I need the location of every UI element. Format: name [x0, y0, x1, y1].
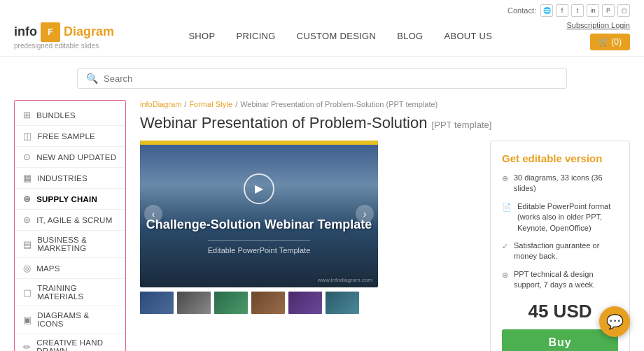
- sidebar-item-it-agile[interactable]: ⊜ IT, AGILE & SCRUM: [15, 210, 125, 231]
- product-area: infoDiagram / Formal Style / Webinar Pre…: [140, 100, 630, 351]
- feature-icon-4: ⊕: [502, 270, 508, 280]
- product-title-main: Webinar Presentation of Problem-Solution: [140, 114, 427, 131]
- thumbnail-6[interactable]: [326, 292, 359, 314]
- prev-slide-button[interactable]: ‹: [144, 205, 162, 223]
- feature-icon-3: ✓: [502, 241, 508, 252]
- thumbnails-row: [140, 292, 479, 314]
- main-product-image: ▶ Challenge-Solution Webinar Template Ed…: [140, 141, 378, 287]
- supply-chain-icon: ⊛: [23, 194, 31, 204]
- sidebar-item-business[interactable]: ▤ BUSINESS & MARKETING: [15, 231, 125, 258]
- thumbnail-1[interactable]: [140, 292, 174, 314]
- nav-blog[interactable]: BLOG: [397, 31, 423, 41]
- search-input-wrap: 🔍: [77, 68, 567, 89]
- product-images: ▶ Challenge-Solution Webinar Template Ed…: [140, 141, 479, 351]
- pinterest-icon[interactable]: P: [602, 4, 615, 17]
- sidebar-item-bundles[interactable]: ⊞ BUNDLES: [15, 105, 125, 126]
- yellow-bar: [140, 141, 378, 145]
- contact-label: Contact:: [507, 6, 536, 15]
- slide-title: Challenge-Solution Webinar Template: [146, 217, 372, 233]
- new-updated-icon: ⊙: [23, 152, 31, 162]
- sidebar: ⊞ BUNDLES ◫ FREE SAMPLE ⊙ NEW AND UPDATE…: [14, 100, 126, 351]
- sidebar-item-label: NEW AND UPDATED: [36, 153, 116, 162]
- logo-text-info: info: [14, 24, 37, 39]
- twitter-icon[interactable]: t: [571, 4, 584, 17]
- contact-bar: Contact: 🌐 f t in P ◻: [0, 0, 644, 21]
- sidebar-item-label: IT, AGILE & SCRUM: [36, 216, 112, 224]
- play-button[interactable]: ▶: [244, 173, 274, 204]
- globe-icon[interactable]: 🌐: [540, 4, 553, 17]
- logo: info F Diagram: [14, 22, 114, 42]
- feature-list: ⊕ 30 diagrams, 33 icons (36 slides) 📄 Ed…: [502, 173, 618, 291]
- sidebar-item-label: DIAGRAMS & ICONS: [37, 311, 117, 328]
- feature-text-1: 30 diagrams, 33 icons (36 slides): [514, 173, 618, 194]
- slide-preview: ▶ Challenge-Solution Webinar Template Ed…: [140, 141, 378, 287]
- product-title-tag: [PPT template]: [432, 120, 492, 130]
- next-slide-button[interactable]: ›: [356, 205, 374, 223]
- product-title: Webinar Presentation of Problem-Solution…: [140, 114, 630, 132]
- free-sample-icon: ◫: [23, 131, 31, 141]
- sidebar-item-industries[interactable]: ▦ INDUSTRIES: [15, 168, 125, 189]
- sidebar-item-label: BUNDLES: [36, 111, 76, 120]
- industries-icon: ▦: [23, 173, 31, 183]
- breadcrumb: infoDiagram / Formal Style / Webinar Pre…: [140, 100, 630, 108]
- logo-text-diagram: Diagram: [64, 24, 114, 39]
- social-icons-group: 🌐 f t in P ◻: [540, 4, 630, 17]
- sidebar-item-supply-chain[interactable]: ⊛ SUPPLY CHAIN: [15, 189, 125, 210]
- slide-sub: Editable PowerPoint Template: [208, 240, 311, 255]
- thumbnail-4[interactable]: [251, 292, 285, 314]
- breadcrumb-sep1: /: [184, 100, 186, 108]
- sidebar-item-label: FREE SAMPLE: [37, 132, 95, 141]
- sidebar-item-maps[interactable]: ◎ MAPS: [15, 258, 125, 279]
- it-agile-icon: ⊜: [23, 215, 31, 225]
- thumbnail-2[interactable]: [177, 292, 211, 314]
- feature-item-2: 📄 Editable PowerPoint format (works also…: [502, 201, 618, 234]
- feature-item-4: ⊕ PPT technical & design support, 7 days…: [502, 269, 618, 291]
- nav-pricing[interactable]: PRICING: [236, 31, 275, 41]
- feature-item-3: ✓ Satisfaction guarantee or money back.: [502, 241, 618, 262]
- feature-icon-1: ⊕: [502, 173, 508, 184]
- sidebar-item-free-sample[interactable]: ◫ FREE SAMPLE: [15, 126, 125, 147]
- sidebar-item-label: INDUSTRIES: [37, 174, 88, 182]
- watermark: www.infodiagram.com: [318, 277, 372, 283]
- thumbnail-5[interactable]: [288, 292, 322, 314]
- instagram-icon[interactable]: ◻: [617, 4, 630, 17]
- business-icon: ▤: [23, 239, 31, 250]
- linkedin-icon[interactable]: in: [587, 4, 599, 17]
- feature-icon-2: 📄: [502, 202, 512, 213]
- sidebar-item-diagrams[interactable]: ▣ DIAGRAMS & ICONS: [15, 306, 125, 334]
- sidebar-item-training[interactable]: ▢ TRAINING MATERIALS: [15, 279, 125, 306]
- feature-item-1: ⊕ 30 diagrams, 33 icons (36 slides): [502, 173, 618, 194]
- feature-text-2: Editable PowerPoint format (works also i…: [517, 201, 618, 234]
- search-input[interactable]: [104, 73, 558, 84]
- bundles-icon: ⊞: [23, 110, 31, 120]
- chat-button[interactable]: 💬: [599, 306, 630, 337]
- sidebar-item-label: MAPS: [36, 264, 59, 273]
- thumbnail-3[interactable]: [214, 292, 248, 314]
- main-header: info F Diagram predesigned editable slid…: [0, 21, 644, 57]
- breadcrumb-current: Webinar Presentation of Problem-Solution…: [240, 100, 438, 108]
- feature-text-4: PPT technical & design support, 7 days a…: [514, 269, 618, 291]
- nav-custom-design[interactable]: CUSTOM DESIGN: [297, 31, 376, 41]
- nav-about[interactable]: ABOUT US: [444, 31, 493, 41]
- logo-sub: predesigned editable slides: [14, 42, 99, 50]
- sidebar-item-label: BUSINESS & MARKETING: [37, 236, 117, 252]
- diagrams-icon: ▣: [23, 315, 31, 325]
- buy-button[interactable]: Buy: [502, 329, 618, 351]
- breadcrumb-home[interactable]: infoDiagram: [140, 100, 181, 108]
- feature-text-3: Satisfaction guarantee or money back.: [514, 241, 618, 262]
- logo-area[interactable]: info F Diagram predesigned editable slid…: [14, 22, 114, 50]
- training-icon: ▢: [23, 287, 31, 298]
- header-right: Subscription Login 🛒 (0): [566, 21, 630, 50]
- cart-button[interactable]: 🛒 (0): [590, 34, 630, 50]
- breadcrumb-cat[interactable]: Formal Style: [189, 100, 232, 108]
- sidebar-item-label: SUPPLY CHAIN: [36, 195, 97, 203]
- breadcrumb-sep2: /: [235, 100, 237, 108]
- nav-shop[interactable]: SHOP: [188, 31, 215, 41]
- subscription-login[interactable]: Subscription Login: [566, 21, 630, 29]
- sidebar-item-creative[interactable]: ✏ CREATIVE HAND DRAWN: [15, 334, 125, 351]
- maps-icon: ◎: [23, 263, 31, 273]
- search-icon: 🔍: [86, 73, 98, 84]
- main-nav: SHOP PRICING CUSTOM DESIGN BLOG ABOUT US: [188, 31, 492, 41]
- sidebar-item-new-updated[interactable]: ⊙ NEW AND UPDATED: [15, 147, 125, 168]
- facebook-icon[interactable]: f: [556, 4, 568, 17]
